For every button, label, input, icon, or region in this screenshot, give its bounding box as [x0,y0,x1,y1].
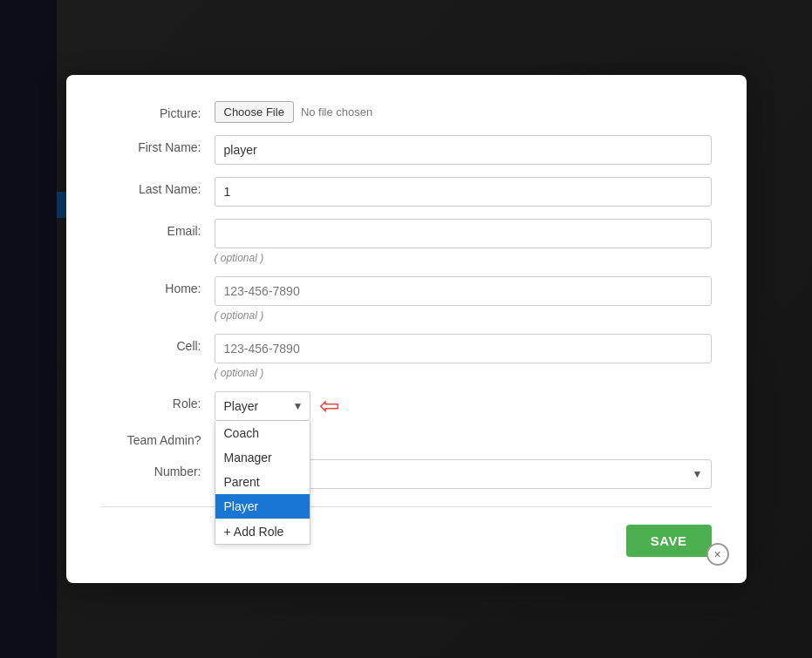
cell-optional: ( optional ) [215,367,712,379]
team-admin-label: Team Admin? [101,428,215,447]
modal-dialog: Picture: Choose File No file chosen Firs… [66,75,747,583]
role-control: Player ▼ Coach Manager Parent Player + A… [215,391,712,421]
team-admin-row: Team Admin? [101,428,712,447]
role-row: Role: Player ▼ Coach Manager Parent Pla [101,391,712,421]
role-select-wrapper: Player ▼ Coach Manager Parent Player + A… [215,391,310,421]
home-row: Home: ( optional ) [101,276,712,322]
home-label: Home: [101,276,215,295]
number-label: Number: [101,459,215,478]
email-optional: ( optional ) [215,252,712,264]
first-name-label: First Name: [101,135,215,154]
first-name-row: First Name: [101,135,712,165]
role-label: Role: [101,391,215,410]
cell-label: Cell: [101,334,215,353]
close-icon: × [713,548,720,560]
no-file-text: No file chosen [301,105,372,119]
number-row: Number: ▼ [101,459,712,489]
email-label: Email: [101,219,215,238]
save-button[interactable]: SAVE [626,525,712,557]
dropdown-item-player[interactable]: Player [215,494,310,519]
cell-input[interactable] [215,334,712,363]
cell-row: Cell: ( optional ) [101,334,712,379]
home-input[interactable] [215,276,712,306]
file-input-wrapper: Choose File No file chosen [215,101,712,123]
first-name-input[interactable] [215,135,712,165]
last-name-control [215,177,712,207]
role-select[interactable]: Player [215,391,310,421]
first-name-control [215,135,712,165]
email-control: ( optional ) [215,219,712,264]
last-name-label: Last Name: [101,177,215,196]
home-control: ( optional ) [215,276,712,322]
picture-label: Picture: [101,101,215,120]
modal-close-button[interactable]: × [706,543,729,566]
last-name-input[interactable] [215,177,712,207]
dropdown-item-coach[interactable]: Coach [215,421,310,445]
home-optional: ( optional ) [215,309,712,322]
picture-row: Picture: Choose File No file chosen [101,101,712,123]
dropdown-item-parent[interactable]: Parent [215,470,310,494]
picture-control: Choose File No file chosen [215,101,712,123]
red-arrow-indicator: ⇦ [319,394,339,418]
choose-file-button[interactable]: Choose File [215,101,294,123]
cell-control: ( optional ) [215,334,712,379]
save-button-row: SAVE [101,525,712,557]
modal-overlay: Picture: Choose File No file chosen Firs… [0,0,812,658]
email-row: Email: ( optional ) [101,219,712,264]
email-input[interactable] [215,219,712,248]
role-dropdown-list: Coach Manager Parent Player + Add Role [215,421,310,545]
dropdown-item-add-role[interactable]: + Add Role [215,519,310,544]
dropdown-item-manager[interactable]: Manager [215,445,310,470]
form-divider [101,506,712,507]
last-name-row: Last Name: [101,177,712,207]
